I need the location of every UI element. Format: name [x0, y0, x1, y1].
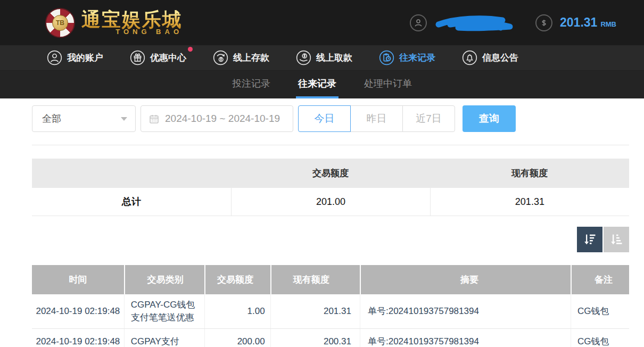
today-button[interactable]: 今日 — [298, 105, 351, 132]
calendar-icon — [148, 113, 160, 125]
dollar-icon — [535, 14, 552, 31]
quick-date-buttons: 今日 昨日 近7日 — [298, 105, 455, 132]
logo-chip-icon: TB — [45, 8, 75, 38]
sort-ascending-icon — [609, 232, 624, 247]
date-range-value: 2024-10-19 ~ 2024-10-19 — [165, 113, 280, 125]
nav-item-announcements[interactable]: 信息公告 — [462, 50, 518, 65]
col-header-summary: 摘要 — [360, 265, 571, 294]
cell-trade-amount: 200.00 — [204, 329, 270, 347]
tab-transaction-records[interactable]: 往来记录 — [296, 71, 338, 98]
date-range-input[interactable]: 2024-10-19 ~ 2024-10-19 — [141, 105, 293, 132]
content-area: 全部 2024-10-19 ~ 2024-10-19 今日 昨日 近7日 查询 … — [0, 98, 644, 347]
transactions-table: 时间 交易类别 交易额度 现有额度 摘要 备注 2024-10-19 02:19… — [32, 265, 629, 347]
balance-display: 201.31 RMB — [560, 15, 616, 30]
tab-processing-orders[interactable]: 处理中订单 — [362, 71, 414, 98]
summary-header-trade-amount: 交易额度 — [231, 167, 430, 179]
summary-total-row: 总计 201.00 201.31 — [32, 188, 629, 216]
section-divider — [32, 145, 629, 145]
sort-controls — [32, 227, 629, 252]
balance-currency: RMB — [600, 20, 616, 28]
nav-label: 线上存款 — [233, 52, 269, 64]
notification-dot — [188, 47, 193, 52]
user-area: 201.31 RMB — [410, 12, 616, 34]
nav-label: 往来记录 — [399, 52, 435, 64]
cell-type: CGPAY支付 — [124, 329, 204, 347]
bell-icon — [462, 50, 477, 65]
col-header-time: 时间 — [32, 265, 124, 294]
gift-icon — [130, 50, 145, 65]
summary-trade-amount: 201.00 — [231, 188, 430, 216]
main-navigation: 我的账户 优惠中心 线上存款 线上取款 往来记录 — [0, 45, 644, 71]
site-subtitle: TONG BAO — [115, 28, 183, 36]
search-button[interactable]: 查询 — [463, 105, 516, 132]
cell-time: 2024-10-19 02:19:48 — [32, 294, 124, 328]
col-header-trade-amount: 交易额度 — [204, 265, 270, 294]
summary-header-current-amount: 现有额度 — [430, 167, 629, 179]
record-tabs: 投注记录 往来记录 处理中订单 — [0, 71, 644, 98]
top-header: TB 通宝娱乐城 TONG BAO 201.31 RMB — [0, 0, 644, 45]
nav-label: 优惠中心 — [150, 52, 186, 64]
cell-current-amount: 200.31 — [270, 329, 360, 347]
cell-remark: CG钱包 — [571, 329, 629, 347]
nav-item-transaction-records[interactable]: 往来记录 — [379, 50, 435, 65]
withdraw-icon — [296, 50, 311, 65]
table-row: 2024-10-19 02:19:48 CGPAY-CG钱包支付笔笔送优惠 1.… — [32, 294, 629, 329]
nav-label: 信息公告 — [482, 52, 518, 64]
site-title: 通宝娱乐城 — [81, 10, 183, 30]
cell-time: 2024-10-19 02:19:48 — [32, 329, 124, 347]
balance-amount: 201.31 — [560, 15, 597, 30]
table-header-row: 时间 交易类别 交易额度 现有额度 摘要 备注 — [32, 265, 629, 294]
nav-item-withdraw[interactable]: 线上取款 — [296, 50, 352, 65]
cell-trade-amount: 1.00 — [204, 294, 270, 328]
person-icon — [47, 50, 62, 65]
nav-item-my-account[interactable]: 我的账户 — [47, 50, 103, 65]
logo-chip-text: TB — [52, 15, 68, 31]
summary-total-label: 总计 — [32, 195, 231, 208]
site-logo[interactable]: TB 通宝娱乐城 TONG BAO — [45, 8, 183, 38]
cell-current-amount: 201.31 — [270, 294, 360, 328]
col-header-current-amount: 现有额度 — [270, 265, 360, 294]
tab-bet-records[interactable]: 投注记录 — [230, 71, 273, 98]
cell-type: CGPAY-CG钱包支付笔笔送优惠 — [124, 294, 204, 328]
filter-row: 全部 2024-10-19 ~ 2024-10-19 今日 昨日 近7日 查询 — [32, 105, 629, 132]
summary-header-row: 交易额度 现有额度 — [32, 159, 629, 188]
col-header-remark: 备注 — [571, 265, 629, 294]
sort-descending-button[interactable] — [577, 227, 602, 252]
sort-ascending-button[interactable] — [604, 227, 629, 252]
table-row: 2024-10-19 02:19:48 CGPAY支付 200.00 200.3… — [32, 329, 629, 347]
cell-summary: 单号:202410193757981394 — [360, 329, 571, 347]
user-avatar-icon[interactable] — [410, 14, 427, 31]
username-redaction-scribble — [434, 12, 514, 34]
nav-label: 我的账户 — [67, 52, 103, 64]
yesterday-button[interactable]: 昨日 — [350, 105, 403, 132]
nav-item-deposit[interactable]: 线上存款 — [213, 50, 269, 65]
summary-table: 交易额度 现有额度 总计 201.00 201.31 — [32, 159, 629, 216]
cell-summary: 单号:202410193757981394 — [360, 294, 571, 328]
type-select[interactable]: 全部 — [32, 105, 136, 132]
nav-item-promotions[interactable]: 优惠中心 — [130, 50, 186, 65]
last7days-button[interactable]: 近7日 — [402, 105, 455, 132]
sort-descending-icon — [582, 232, 597, 247]
type-select-value: 全部 — [42, 112, 61, 125]
nav-label: 线上取款 — [316, 52, 352, 64]
chevron-down-icon — [121, 117, 127, 121]
records-icon — [379, 50, 394, 65]
cell-remark: CG钱包 — [571, 294, 629, 328]
col-header-type: 交易类别 — [124, 265, 204, 294]
summary-current-amount: 201.31 — [430, 188, 629, 216]
deposit-icon — [213, 50, 228, 65]
